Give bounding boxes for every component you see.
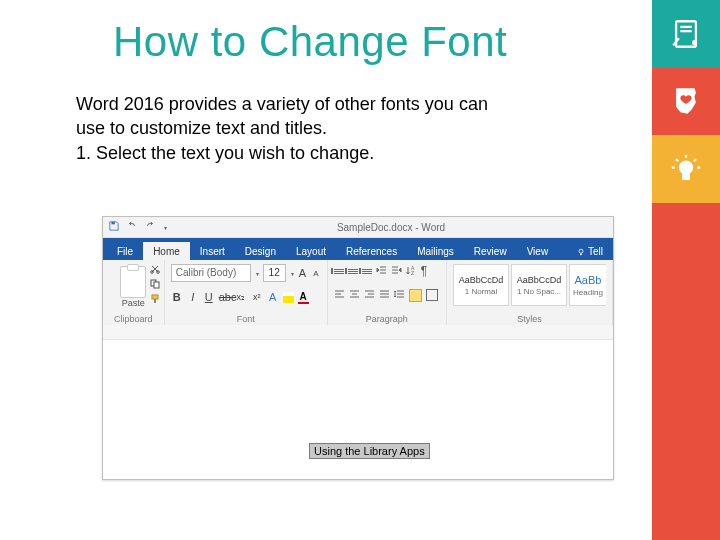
svg-rect-17	[154, 282, 159, 288]
subscript-button[interactable]: x₂	[235, 292, 247, 302]
tab-tell-me[interactable]: Tell	[567, 242, 613, 260]
side-icon-ohio-heart	[652, 68, 720, 136]
slide-side-bar	[652, 0, 720, 540]
side-bar-fill	[652, 270, 720, 338]
font-size-select[interactable]: 12	[263, 264, 286, 282]
group-paragraph: AZ ¶ Paragraph	[328, 260, 447, 326]
save-icon[interactable]	[109, 221, 119, 233]
svg-point-12	[579, 249, 583, 253]
tab-tell-label: Tell	[588, 246, 603, 257]
svg-rect-13	[580, 253, 582, 255]
svg-line-10	[694, 159, 696, 161]
tab-design[interactable]: Design	[235, 242, 286, 260]
side-icon-bulb	[652, 135, 720, 203]
tab-home[interactable]: Home	[143, 242, 190, 260]
bullets-button[interactable]	[334, 269, 344, 274]
redo-icon[interactable]	[145, 221, 155, 233]
slide-body: Word 2016 provides a variety of other fo…	[76, 92, 506, 165]
clipboard-icon	[120, 266, 146, 298]
superscript-button[interactable]: x²	[251, 292, 263, 302]
font-name-select[interactable]: Calibri (Body)	[171, 264, 251, 282]
group-font: Calibri (Body) ▾ 12 ▾ A A B I U abc x₂ x…	[165, 260, 328, 326]
ribbon-tabs: File Home Insert Design Layout Reference…	[103, 238, 613, 260]
shrink-font-button[interactable]: A	[311, 269, 321, 278]
align-right-button[interactable]	[364, 289, 375, 302]
cut-icon[interactable]	[150, 264, 160, 276]
line-spacing-button[interactable]	[394, 289, 405, 302]
borders-button[interactable]	[426, 289, 438, 301]
numbering-button[interactable]	[348, 269, 358, 274]
window-title: SampleDoc.docx - Word	[175, 222, 607, 233]
slide-title: How to Change Font	[113, 18, 507, 66]
style-heading[interactable]: AaBb Heading	[569, 264, 606, 306]
slide-body-line2: 1. Select the text you wish to change.	[76, 141, 506, 165]
svg-rect-19	[154, 299, 156, 303]
horizontal-ruler	[103, 325, 613, 340]
strikethrough-button[interactable]: abc	[219, 291, 231, 303]
show-hide-marks-button[interactable]: ¶	[421, 264, 427, 278]
qat-more-icon[interactable]: ▾	[164, 224, 167, 231]
group-font-label: Font	[171, 314, 321, 324]
document-area[interactable]: Using the Library Apps	[103, 325, 613, 479]
format-painter-icon[interactable]	[150, 294, 160, 306]
increase-indent-button[interactable]	[391, 265, 402, 278]
font-color-button[interactable]: A	[298, 292, 309, 303]
ribbon: Paste Clipboard Calibri (Body) ▾ 12 ▾ A …	[103, 260, 613, 327]
undo-icon[interactable]	[127, 221, 137, 233]
svg-rect-11	[112, 222, 115, 225]
tab-review[interactable]: Review	[464, 242, 517, 260]
group-styles: AaBbCcDd 1 Normal AaBbCcDd 1 No Spac... …	[447, 260, 613, 326]
svg-rect-5	[683, 174, 689, 178]
tab-file[interactable]: File	[107, 242, 143, 260]
sort-button[interactable]: AZ	[406, 265, 417, 278]
decrease-indent-button[interactable]	[376, 265, 387, 278]
shading-button[interactable]	[409, 289, 422, 302]
tab-references[interactable]: References	[336, 242, 407, 260]
tab-layout[interactable]: Layout	[286, 242, 336, 260]
underline-button[interactable]: U	[203, 291, 215, 303]
quick-access-toolbar: ▾ SampleDoc.docx - Word	[103, 217, 613, 238]
svg-rect-18	[152, 295, 158, 299]
align-center-button[interactable]	[349, 289, 360, 302]
group-clipboard-label: Clipboard	[109, 314, 158, 324]
selected-text[interactable]: Using the Library Apps	[309, 443, 430, 459]
side-bar-fill	[652, 473, 720, 541]
chevron-down-icon[interactable]: ▾	[291, 270, 294, 277]
chevron-down-icon[interactable]: ▾	[256, 270, 259, 277]
tab-view[interactable]: View	[517, 242, 559, 260]
side-bar-fill	[652, 203, 720, 271]
tab-mailings[interactable]: Mailings	[407, 242, 464, 260]
bold-button[interactable]: B	[171, 291, 183, 303]
svg-text:Z: Z	[411, 270, 414, 276]
align-left-button[interactable]	[334, 289, 345, 302]
style-normal[interactable]: AaBbCcDd 1 Normal	[453, 264, 509, 306]
svg-point-3	[693, 41, 696, 44]
copy-icon[interactable]	[150, 279, 160, 291]
svg-point-4	[679, 160, 693, 174]
italic-button[interactable]: I	[187, 291, 199, 303]
group-styles-label: Styles	[453, 314, 606, 324]
word-window: ▾ SampleDoc.docx - Word File Home Insert…	[102, 216, 614, 480]
svg-line-9	[676, 159, 678, 161]
grow-font-button[interactable]: A	[298, 267, 308, 279]
text-effects-button[interactable]: A	[267, 291, 279, 303]
group-clipboard: Paste Clipboard	[103, 260, 165, 326]
group-paragraph-label: Paragraph	[334, 314, 440, 324]
tab-insert[interactable]: Insert	[190, 242, 235, 260]
justify-button[interactable]	[379, 289, 390, 302]
style-no-spacing[interactable]: AaBbCcDd 1 No Spac...	[511, 264, 567, 306]
multilevel-list-button[interactable]	[362, 269, 372, 274]
slide-body-line1: Word 2016 provides a variety of other fo…	[76, 92, 506, 141]
side-bar-fill	[652, 338, 720, 406]
side-bar-fill	[652, 405, 720, 473]
highlight-color-button[interactable]	[283, 292, 294, 303]
side-icon-tablet	[652, 0, 720, 68]
